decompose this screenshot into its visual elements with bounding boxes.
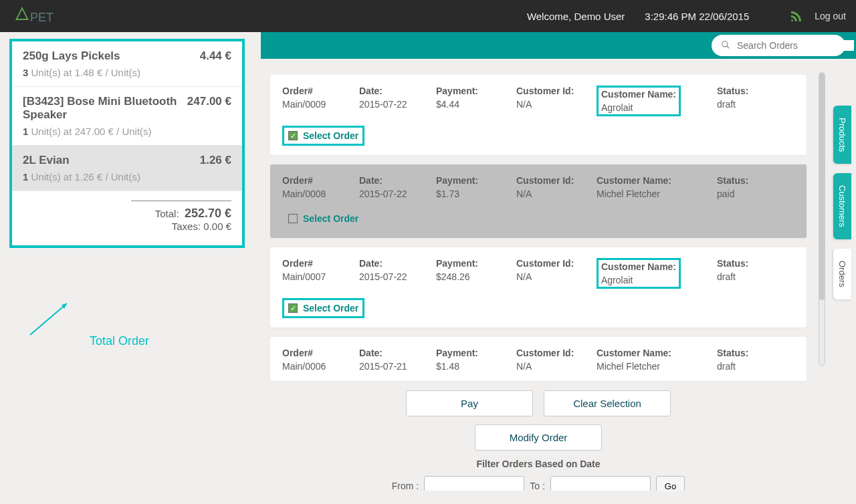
order-status: draft <box>717 99 794 110</box>
order-number-label: Order# <box>282 258 359 269</box>
order-customer-id: N/A <box>516 188 597 199</box>
content-scrollbar[interactable] <box>819 72 825 366</box>
action-buttons: Pay Clear Selection Modify Order <box>270 390 807 451</box>
app-logo: PET <box>10 5 57 27</box>
clear-selection-button[interactable]: Clear Selection <box>544 390 671 416</box>
order-number: Main/0009 <box>282 99 359 110</box>
order-customer-name: Customer Name:Michel Fletcher <box>597 175 717 199</box>
order-number-label: Order# <box>282 175 359 186</box>
checkbox-icon: ✓ <box>288 303 298 313</box>
order-customer-id: N/A <box>516 99 597 110</box>
line-price: 1.26 € <box>200 154 231 167</box>
line-qty: 1 Unit(s) at 1.26 € / Unit(s) <box>23 171 231 182</box>
checkbox-icon <box>288 214 298 223</box>
filter-section: Filter Orders Based on Date From : To : … <box>270 459 807 491</box>
order-totals: Total: 252.70 € Taxes: 0.00 € <box>12 191 242 245</box>
search-input[interactable] <box>737 40 854 51</box>
checkbox-icon: ✓ <box>288 131 298 140</box>
select-order-label: Select Order <box>303 213 358 224</box>
filter-from-label: From : <box>392 481 419 491</box>
line-qty: 1 Unit(s) at 247.00 € / Unit(s) <box>23 126 231 137</box>
order-date: 2015-07-22 <box>359 271 436 282</box>
rss-icon[interactable] <box>789 9 801 23</box>
orders-content: Order#Main/0009Date:2015-07-22Payment:$4… <box>261 59 816 491</box>
svg-text:PET: PET <box>30 11 54 24</box>
select-order-toggle[interactable]: Select Order <box>282 209 364 229</box>
order-date: 2015-07-22 <box>359 188 436 199</box>
tab-customers[interactable]: Customers <box>833 173 851 239</box>
order-summary-box: 250g Lays Pickels4.44 €3 Unit(s) at 1.48… <box>9 39 245 248</box>
line-price: 4.44 € <box>200 49 231 63</box>
order-line[interactable]: 2L Evian1.26 €1 Unit(s) at 1.26 € / Unit… <box>12 146 242 191</box>
order-status: paid <box>717 188 794 199</box>
order-customer-name: Customer Name:Agrolait <box>597 258 717 289</box>
order-line[interactable]: 250g Lays Pickels4.44 €3 Unit(s) at 1.48… <box>12 41 242 87</box>
order-payment: $4.44 <box>436 99 516 110</box>
order-payment: $248.26 <box>436 271 516 282</box>
order-number-label: Order# <box>282 86 359 96</box>
select-order-label: Select Order <box>303 130 358 141</box>
filter-from-input[interactable] <box>424 476 524 491</box>
side-tabs: Products Customers Orders <box>833 106 856 309</box>
order-number: Main/0006 <box>282 361 359 372</box>
select-order-label: Select Order <box>303 303 358 313</box>
filter-to-input[interactable] <box>550 476 651 491</box>
line-title: 250g Lays Pickels <box>23 49 120 63</box>
main-panel: Order#Main/0009Date:2015-07-22Payment:$4… <box>261 32 856 504</box>
taxes-label: Taxes: <box>172 221 201 232</box>
order-number: Main/0008 <box>282 188 359 199</box>
filter-title: Filter Orders Based on Date <box>270 459 807 469</box>
order-customer-id: N/A <box>516 361 597 372</box>
order-card: Order#Main/0007Date:2015-07-22Payment:$2… <box>270 247 807 328</box>
line-qty: 3 Unit(s) at 1.48 € / Unit(s) <box>23 67 231 78</box>
order-payment: $1.48 <box>436 361 516 372</box>
filter-go-button[interactable]: Go <box>656 476 685 491</box>
taxes-value: 0.00 € <box>203 221 231 232</box>
select-order-toggle[interactable]: ✓Select Order <box>282 298 364 318</box>
pay-button[interactable]: Pay <box>406 390 533 416</box>
total-label: Total: <box>155 208 179 219</box>
filter-to-label: To : <box>530 481 545 491</box>
order-number-label: Order# <box>282 348 359 358</box>
svg-line-3 <box>30 303 67 335</box>
order-customer-name: Customer Name:Agrolait <box>597 86 717 116</box>
order-card: Order#Main/0009Date:2015-07-22Payment:$4… <box>270 75 807 155</box>
datetime-text: 3:29:46 PM 22/06/2015 <box>645 11 749 22</box>
tab-products[interactable]: Products <box>833 106 851 164</box>
order-date: 2015-07-21 <box>359 361 436 372</box>
order-number: Main/0007 <box>282 271 359 282</box>
order-customer-name: Customer Name:Michel Fletcher <box>597 348 717 372</box>
order-status: draft <box>717 271 794 282</box>
select-order-toggle[interactable]: ✓Select Order <box>282 126 364 146</box>
order-line[interactable]: [B3423] Bose Mini Bluetooth Speaker247.0… <box>12 87 242 146</box>
order-customer-id: N/A <box>516 271 597 282</box>
order-card: Order#Main/0006Date:2015-07-21Payment:$1… <box>270 337 807 381</box>
toolbar <box>261 32 856 59</box>
logout-link[interactable]: Log out <box>815 11 846 21</box>
line-title: 2L Evian <box>23 154 70 167</box>
tab-orders[interactable]: Orders <box>833 249 851 299</box>
total-value: 252.70 € <box>185 207 231 220</box>
annotation-arrow: Total Order <box>20 298 149 348</box>
modify-order-button[interactable]: Modify Order <box>475 424 602 451</box>
topbar: PET Welcome, Demo User 3:29:46 PM 22/06/… <box>0 0 856 32</box>
svg-line-6 <box>727 45 730 48</box>
order-payment: $1.73 <box>436 188 516 199</box>
left-panel: 250g Lays Pickels4.44 €3 Unit(s) at 1.48… <box>0 32 254 255</box>
svg-point-5 <box>722 41 728 46</box>
order-card: Order#Main/0008Date:2015-07-22Payment:$1… <box>270 164 807 238</box>
order-status: draft <box>717 361 794 372</box>
annotation-label: Total Order <box>90 334 149 348</box>
order-date: 2015-07-22 <box>359 99 436 110</box>
line-price: 247.00 € <box>187 95 231 108</box>
search-icon <box>721 40 730 51</box>
welcome-text: Welcome, Demo User <box>527 11 625 22</box>
line-title: [B3423] Bose Mini Bluetooth Speaker <box>23 95 187 122</box>
search-box[interactable] <box>712 35 845 56</box>
